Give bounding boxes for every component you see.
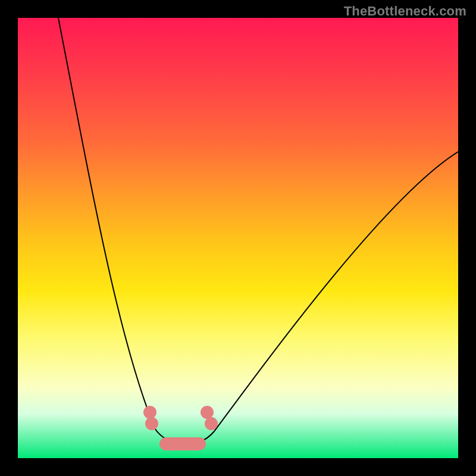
curve-marker — [145, 417, 158, 430]
optimal-range-bar — [159, 437, 206, 450]
watermark-text: TheBottleneck.com — [344, 4, 466, 19]
curve-svg — [18, 18, 458, 458]
plot-area — [18, 18, 458, 458]
curve-marker — [205, 417, 218, 430]
bottleneck-curve — [58, 18, 458, 444]
chart-frame: TheBottleneck.com — [0, 0, 476, 476]
